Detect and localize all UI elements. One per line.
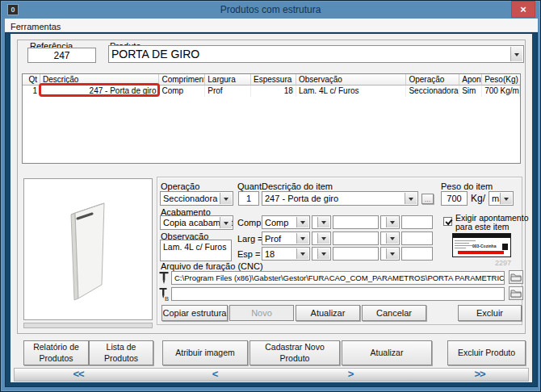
- quant-field[interactable]: 1: [238, 191, 259, 206]
- esp-op2-combo[interactable]: [380, 247, 400, 261]
- folder-icon[interactable]: [509, 270, 523, 284]
- lista-produtos-button[interactable]: Lista de Produtos: [89, 340, 153, 365]
- cell-observacao: Lam. 4L c/ Furos: [296, 85, 407, 97]
- excluir-item-button[interactable]: Excluir: [458, 305, 522, 321]
- annotation-red-box: [39, 83, 160, 97]
- larg-combo[interactable]: Prof: [262, 231, 310, 245]
- etiqueta-line: [455, 240, 476, 241]
- chevron-down-icon[interactable]: [296, 233, 308, 244]
- cnc-label: Arquivo de furação (CNC): [161, 261, 263, 271]
- novo-button[interactable]: Novo: [229, 305, 294, 321]
- browse-more-button[interactable]: ...: [421, 194, 434, 204]
- folder-icon[interactable]: [509, 286, 523, 300]
- cell-peso: 700 Kg/m3: [482, 85, 520, 97]
- window-title: Produtos com estrutura: [1, 1, 540, 19]
- col-apont[interactable]: Apont.: [459, 74, 482, 85]
- col-peso[interactable]: Peso(Kg): [482, 74, 520, 85]
- cell-operacao: Seccionadora: [406, 85, 459, 97]
- cnc-path-field[interactable]: C:\Program Files (x86)\Gabster\Gestor\FU…: [171, 271, 505, 285]
- cell-comprimento: Comp: [159, 85, 205, 97]
- comp-op-combo[interactable]: [312, 215, 331, 229]
- chevron-down-icon[interactable]: [405, 193, 417, 204]
- col-largura[interactable]: Largura: [205, 74, 251, 85]
- descricao-item-combo[interactable]: 247 - Porta de giro: [262, 191, 418, 206]
- svg-text:B: B: [165, 294, 169, 301]
- drill-icon[interactable]: [158, 270, 170, 285]
- exigir-apontamento-checkbox[interactable]: [443, 217, 452, 226]
- referencia-field[interactable]: 247: [27, 48, 96, 63]
- relatorio-produtos-button[interactable]: Relatório de Produtos: [23, 340, 89, 365]
- chevron-down-icon[interactable]: [296, 217, 308, 227]
- etiqueta-text: 003-Cozinha: [472, 244, 496, 248]
- drill-b-icon[interactable]: B: [158, 286, 170, 301]
- quant-label: Quant.: [237, 181, 264, 191]
- annotation-red-underline: [458, 251, 504, 254]
- chevron-down-icon[interactable]: [500, 193, 512, 204]
- cell-espessura: 18: [251, 85, 296, 97]
- larg-op-combo[interactable]: [312, 231, 331, 245]
- chevron-down-icon[interactable]: [220, 217, 232, 228]
- col-comprimento[interactable]: Comprimento: [159, 74, 205, 85]
- esp-extra2-field[interactable]: [401, 247, 433, 261]
- cadastrar-novo-produto-button[interactable]: Cadastrar Novo Produto: [250, 340, 340, 365]
- chevron-down-icon[interactable]: [386, 233, 398, 244]
- chevron-down-icon[interactable]: [317, 248, 329, 259]
- title-bar: 0 Produtos com estrutura ×: [1, 1, 540, 19]
- col-operacao[interactable]: Operação: [406, 74, 459, 85]
- produto-combo-value: PORTA DE GIRO: [111, 48, 199, 60]
- observacao-textarea[interactable]: Lam. 4L c/ Furos: [160, 240, 232, 261]
- comp-op2-combo[interactable]: [380, 215, 400, 229]
- door-image: [24, 179, 152, 319]
- comp-extra2-field[interactable]: [401, 215, 433, 229]
- apontamento-label-line2: para este item: [455, 222, 510, 231]
- product-image-preview: [23, 178, 153, 320]
- etiqueta-header-bar: [453, 234, 510, 238]
- peso-field[interactable]: 700: [441, 191, 468, 206]
- col-qt[interactable]: Qt: [23, 74, 40, 85]
- atribuir-imagem-button[interactable]: Atribuir imagem: [162, 340, 248, 365]
- etiqueta-line: [455, 248, 466, 248]
- nav-next-button[interactable]: >: [326, 368, 375, 382]
- operacao-value: Seccionadora: [163, 194, 217, 203]
- esp-extra-field[interactable]: [333, 247, 379, 261]
- larg-extra2-field[interactable]: [401, 231, 433, 245]
- peso-item-label: Peso do item: [441, 181, 493, 191]
- record-number: 2297: [486, 259, 511, 267]
- larg-op2-combo[interactable]: [380, 231, 400, 245]
- cancelar-button[interactable]: Cancelar: [362, 305, 426, 321]
- nav-prev-button[interactable]: <: [191, 368, 239, 382]
- cell-qt: 1: [23, 85, 40, 97]
- peso-unit-combo[interactable]: m3: [489, 191, 514, 206]
- col-observacao[interactable]: Observação: [296, 74, 407, 85]
- preview-scroll-strip[interactable]: [23, 323, 153, 328]
- peso-unit-slash: Kg/: [471, 193, 485, 204]
- nav-last-button[interactable]: >>: [455, 368, 504, 382]
- col-espessura[interactable]: Espessura: [251, 74, 296, 85]
- excluir-produto-button[interactable]: Excluir Produto: [447, 340, 526, 365]
- etiqueta-preview: 003-Cozinha: [452, 233, 511, 257]
- close-icon[interactable]: ×: [511, 1, 535, 18]
- operacao-combo[interactable]: Seccionadora: [160, 191, 233, 206]
- chevron-down-icon[interactable]: [317, 233, 329, 244]
- chevron-down-icon[interactable]: [296, 248, 308, 259]
- comp-combo[interactable]: Comp: [262, 215, 310, 229]
- cell-largura: Prof: [205, 85, 251, 97]
- esp-op-combo[interactable]: [312, 247, 331, 261]
- copiar-estrutura-button[interactable]: Copiar estrutura: [161, 305, 228, 321]
- cnc-path2-field[interactable]: [171, 287, 505, 301]
- chevron-down-icon[interactable]: [317, 217, 329, 227]
- nav-first-button[interactable]: <<: [54, 368, 103, 382]
- atualizar-item-button[interactable]: Atualizar: [296, 305, 360, 321]
- larg-label: Larg =: [237, 234, 263, 244]
- chevron-down-icon[interactable]: [386, 217, 398, 227]
- comp-extra-field[interactable]: [333, 215, 379, 229]
- atualizar-produto-button[interactable]: Atualizar: [342, 340, 432, 365]
- produto-combo[interactable]: PORTA DE GIRO: [108, 45, 524, 63]
- acabamento-combo[interactable]: Copia acabamento: [160, 215, 233, 230]
- larg-extra-field[interactable]: [333, 231, 379, 245]
- chevron-down-icon[interactable]: [510, 47, 522, 61]
- chevron-down-icon[interactable]: [386, 248, 398, 259]
- esp-combo[interactable]: 18: [262, 247, 310, 261]
- etiqueta-square: [502, 244, 508, 250]
- chevron-down-icon[interactable]: [220, 193, 232, 204]
